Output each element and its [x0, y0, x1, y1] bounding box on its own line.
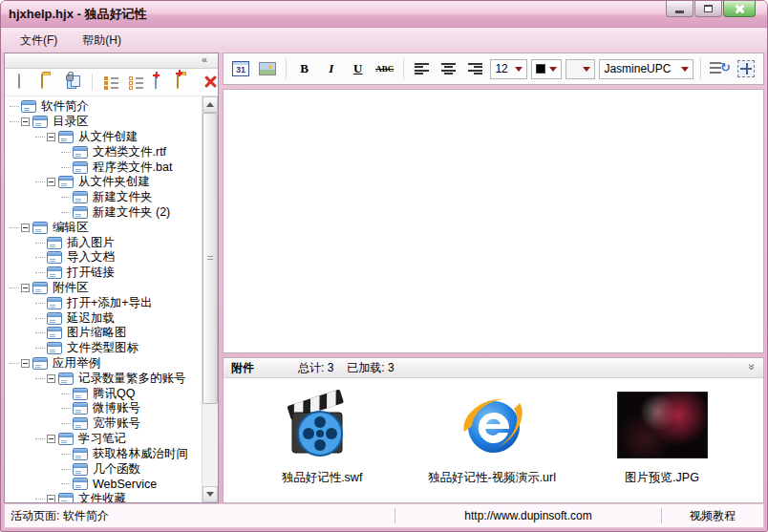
bullet-list-alt-icon[interactable] [128, 74, 144, 91]
tree-item-label[interactable]: 延迟加载 [67, 310, 115, 327]
tree-item-label[interactable]: 文档类文件.rtf [93, 144, 166, 160]
tree-item-label[interactable]: 软件简介 [41, 98, 89, 115]
tree-item-label[interactable]: 文件类型图标 [67, 340, 139, 356]
scrollbar-thumb[interactable] [203, 113, 218, 404]
text-color-select[interactable] [531, 59, 563, 79]
delete-icon[interactable] [202, 74, 218, 91]
scroll-up-button[interactable] [203, 96, 218, 113]
maximize-button[interactable] [694, 1, 722, 17]
status-url[interactable]: http://www.dupinsoft.com [395, 504, 661, 527]
align-left-button[interactable] [410, 57, 433, 80]
tree-item-label[interactable]: 宽带账号 [93, 415, 140, 432]
calendar-icon[interactable]: 31 [229, 57, 252, 80]
strikethrough-button[interactable]: ABC [373, 57, 396, 80]
tree-item-label[interactable]: 打开+添加+导出 [67, 295, 153, 311]
tree-item[interactable]: 图片缩略图 [5, 326, 202, 341]
minimize-button[interactable] [666, 1, 693, 17]
title-bar[interactable]: hjxhelp.hjx - 独品好记性 [1, 1, 767, 28]
tree-item[interactable]: 学习笔记 [5, 432, 202, 447]
tree-item-label[interactable]: 从文件创建 [78, 129, 139, 145]
tree-item[interactable]: 插入图片 [5, 235, 202, 250]
tree-item-label[interactable]: 程序类文件.bat [93, 160, 172, 176]
font-size-select[interactable]: 12 [490, 59, 526, 79]
tree-item[interactable]: 目录区 [5, 115, 202, 130]
tree-item[interactable]: 从文件创建 [5, 130, 202, 145]
tree-item-label[interactable]: 附件区 [53, 280, 89, 296]
locked-pages-icon[interactable] [66, 74, 82, 91]
tree-item-label[interactable]: 导入文档 [67, 249, 115, 266]
close-button[interactable] [723, 1, 756, 17]
tree-item-label[interactable]: 获取格林威治时间 [93, 446, 188, 462]
collapse-panel-button[interactable]: « [195, 53, 214, 67]
tree-item-label[interactable]: 打开链接 [67, 265, 115, 281]
bold-button[interactable]: B [293, 57, 316, 80]
add-folder-icon[interactable] [177, 74, 193, 91]
tree-item[interactable]: 延迟加载 [5, 310, 202, 326]
tree-item[interactable]: 文件收藏 [5, 492, 202, 502]
tree-item-label[interactable]: 几个函数 [93, 461, 140, 478]
tree-item-label[interactable]: 编辑区 [53, 220, 89, 236]
tree-item-label[interactable]: 微博账号 [93, 400, 140, 416]
tree-item[interactable]: 编辑区 [5, 220, 202, 235]
align-right-button[interactable] [463, 57, 486, 80]
expand-collapse-box[interactable] [47, 133, 55, 141]
add-page-icon[interactable] [153, 74, 169, 91]
expand-collapse-box[interactable] [21, 359, 30, 368]
tree-item[interactable]: 附件区 [5, 281, 202, 296]
tree-item[interactable]: 获取格林威治时间 [5, 446, 202, 461]
fit-canvas-icon[interactable] [735, 57, 757, 80]
align-center-button[interactable] [437, 57, 459, 80]
attachment-item[interactable]: 独品好记性.swf [250, 388, 394, 486]
tree-item[interactable]: 导入文档 [5, 250, 202, 266]
tree-item[interactable]: 文档类文件.rtf [5, 144, 202, 160]
expand-collapse-box[interactable] [21, 284, 30, 292]
menu-help[interactable]: 帮助(H) [73, 30, 131, 52]
highlight-color-select[interactable] [565, 59, 595, 79]
font-name-select[interactable]: JasmineUPC [599, 59, 693, 79]
tree-item-label[interactable]: WebService [93, 478, 157, 491]
editor-area[interactable] [223, 89, 764, 353]
expand-collapse-box[interactable] [47, 435, 55, 443]
expand-collapse-box[interactable] [47, 374, 55, 383]
tree-item[interactable]: 打开+添加+导出 [5, 295, 202, 310]
tree-item[interactable]: 宽带账号 [5, 416, 202, 432]
tree-item[interactable]: 腾讯QQ [5, 386, 202, 401]
tree-item[interactable]: 程序类文件.bat [5, 160, 202, 175]
scroll-down-button[interactable] [203, 486, 218, 502]
wrap-refresh-icon[interactable] [708, 57, 731, 80]
tree-item[interactable]: 记录数量繁多的账号 [5, 371, 202, 386]
tree-item-label[interactable]: 图片缩略图 [67, 325, 127, 341]
new-document-icon[interactable] [16, 74, 32, 91]
tree-item-label[interactable]: 新建文件夹 (2) [93, 204, 170, 221]
tree-item[interactable]: 微博账号 [5, 401, 202, 416]
insert-image-icon[interactable] [256, 57, 279, 80]
tree-item-label[interactable]: 记录数量繁多的账号 [78, 371, 186, 387]
menu-file[interactable]: 文件(F) [11, 30, 67, 52]
tree-item[interactable]: 软件简介 [5, 99, 202, 115]
attachment-item[interactable]: 图片预览.JPG [590, 388, 734, 486]
tree-item-label[interactable]: 学习笔记 [78, 431, 126, 447]
tree-item[interactable]: 几个函数 [5, 461, 202, 477]
status-video-tutorial[interactable]: 视频教程 [662, 504, 763, 527]
tree-item-label[interactable]: 应用举例 [53, 355, 100, 372]
tree-item-label[interactable]: 文件收藏 [78, 491, 126, 502]
tree-item[interactable]: 文件类型图标 [5, 341, 202, 356]
tree-item[interactable]: 应用举例 [5, 356, 202, 372]
expand-collapse-box[interactable] [47, 495, 55, 502]
tree-item-label[interactable]: 新建文件夹 [93, 189, 153, 205]
tree-item[interactable]: 新建文件夹 (2) [5, 205, 202, 221]
italic-button[interactable]: I [320, 57, 343, 80]
attachment-item[interactable]: 独品好记性-视频演示.url [420, 388, 564, 486]
open-folder-icon[interactable] [41, 74, 57, 91]
expand-collapse-box[interactable] [21, 223, 30, 232]
tree-item[interactable]: 从文件夹创建 [5, 175, 202, 190]
tree-scrollbar[interactable] [202, 96, 218, 502]
tree-item-label[interactable]: 腾讯QQ [93, 386, 135, 402]
tree-item-label[interactable]: 目录区 [53, 114, 89, 130]
attachment-collapse-button[interactable]: » [746, 364, 759, 371]
underline-button[interactable]: U [347, 57, 370, 80]
expand-collapse-box[interactable] [21, 117, 30, 126]
tree-item[interactable]: 打开链接 [5, 266, 202, 281]
tree-item[interactable]: 新建文件夹 [5, 190, 202, 205]
tree-item-label[interactable]: 从文件夹创建 [78, 174, 150, 190]
